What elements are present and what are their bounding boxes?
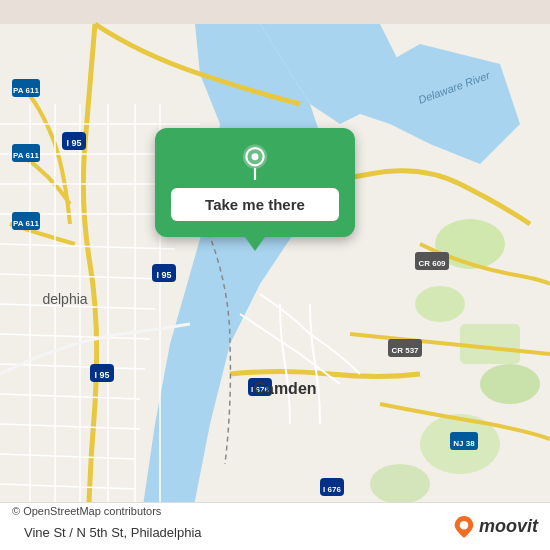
moovit-pin-icon — [453, 516, 475, 538]
map-background: Delaware River — [0, 0, 550, 550]
location-pin-icon — [236, 142, 274, 180]
svg-point-58 — [252, 153, 259, 160]
svg-text:I 95: I 95 — [94, 370, 109, 380]
svg-point-59 — [460, 521, 468, 529]
moovit-brand-text: moovit — [479, 516, 538, 537]
moovit-logo: moovit — [453, 516, 538, 538]
svg-text:I 676: I 676 — [323, 485, 341, 494]
svg-text:CR 609: CR 609 — [418, 259, 446, 268]
svg-text:CR 537: CR 537 — [391, 346, 419, 355]
svg-point-8 — [480, 364, 540, 404]
svg-point-10 — [370, 464, 430, 504]
bottom-bar: © OpenStreetMap contributors Vine St / N… — [0, 502, 550, 550]
svg-text:NJ 38: NJ 38 — [453, 439, 475, 448]
svg-text:I 95: I 95 — [156, 270, 171, 280]
map-container: Delaware River — [0, 0, 550, 550]
svg-text:PA 611: PA 611 — [13, 86, 39, 95]
svg-point-6 — [415, 286, 465, 322]
svg-text:delphia: delphia — [42, 291, 87, 307]
svg-text:PA 611: PA 611 — [13, 219, 39, 228]
svg-text:I 95: I 95 — [66, 138, 81, 148]
svg-text:PA 611: PA 611 — [13, 151, 39, 160]
take-me-there-button[interactable]: Take me there — [171, 188, 339, 221]
osm-credit: © OpenStreetMap contributors — [12, 505, 453, 517]
svg-text:Camden: Camden — [253, 380, 316, 397]
location-label: Vine St / N 5th St, Philadelphia — [12, 519, 453, 548]
tooltip-popup: Take me there — [155, 128, 355, 237]
